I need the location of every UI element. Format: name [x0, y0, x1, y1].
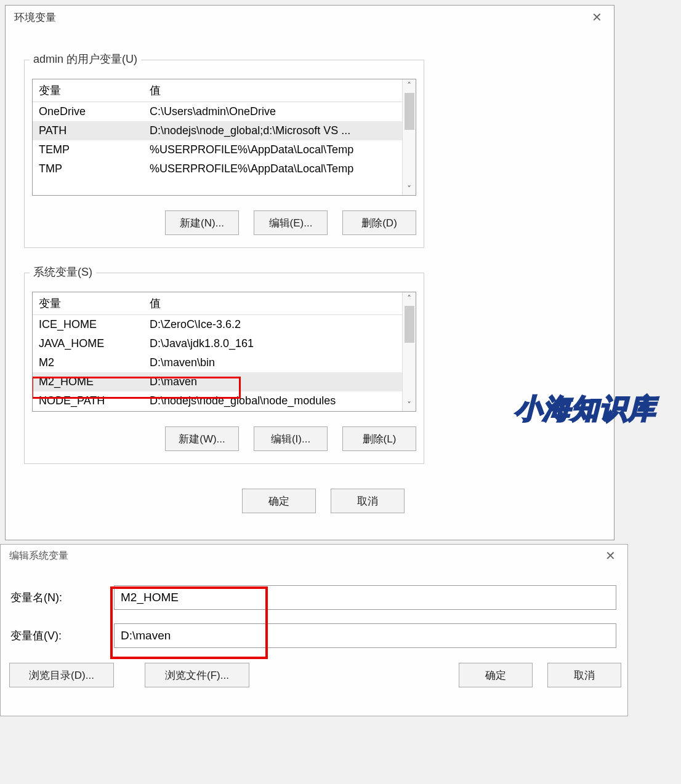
- table-row[interactable]: ICE_HOMED:\ZeroC\Ice-3.6.2: [33, 315, 416, 335]
- user-header-variable[interactable]: 变量: [33, 79, 143, 102]
- var-value-cell: D:\Java\jdk1.8.0_161: [143, 334, 416, 353]
- system-header-value[interactable]: 值: [143, 292, 416, 315]
- table-row[interactable]: JAVA_HOMED:\Java\jdk1.8.0_161: [33, 334, 416, 353]
- var-name-cell: OneDrive: [33, 102, 143, 122]
- cancel-button[interactable]: 取消: [331, 489, 405, 513]
- table-row[interactable]: PATHD:\nodejs\node_global;d:\Microsoft V…: [33, 121, 416, 140]
- var-value-input[interactable]: [114, 623, 616, 648]
- user-vars-group: admin 的用户变量(U) 变量 值 OneDriveC:\Users\adm…: [24, 60, 424, 248]
- scroll-thumb[interactable]: [405, 306, 414, 343]
- var-value-cell: D:\nodejs\node_global\node_modules: [143, 391, 416, 410]
- var-name-cell: PATH: [33, 121, 143, 140]
- system-new-button[interactable]: 新建(W)...: [165, 426, 239, 451]
- user-delete-button[interactable]: 删除(D): [342, 210, 416, 235]
- scroll-thumb[interactable]: [405, 93, 414, 130]
- table-row[interactable]: OneDriveC:\Users\admin\OneDrive: [33, 102, 416, 122]
- system-scrollbar[interactable]: ˄ ˅: [402, 292, 416, 411]
- dialog-title: 环境变量: [14, 10, 56, 25]
- system-vars-group: 系统变量(S) 变量 值 ICE_HOMED:\ZeroC\Ice-3.6.2J…: [24, 273, 424, 464]
- var-value-cell: %USERPROFILE%\AppData\Local\Temp: [143, 140, 416, 159]
- user-edit-button[interactable]: 编辑(E)...: [254, 210, 328, 235]
- dialog2-title-bar: 编辑系统变量 ✕: [1, 545, 627, 567]
- system-delete-button[interactable]: 删除(L): [342, 426, 416, 451]
- system-edit-button[interactable]: 编辑(I)...: [254, 426, 328, 451]
- user-header-value[interactable]: 值: [143, 79, 416, 102]
- close-icon[interactable]: ✕: [586, 8, 608, 26]
- watermark-text: 小海知识库: [515, 391, 656, 427]
- var-value-cell: D:\maven\bin: [143, 353, 416, 372]
- var-name-label: 变量名(N):: [9, 590, 114, 605]
- dialog2-cancel-button[interactable]: 取消: [547, 663, 621, 687]
- system-vars-group-title: 系统变量(S): [30, 265, 96, 279]
- table-row[interactable]: M2D:\maven\bin: [33, 353, 416, 372]
- table-row[interactable]: M2_HOMED:\maven: [33, 372, 416, 391]
- var-value-cell: %USERPROFILE%\AppData\Local\Temp: [143, 159, 416, 178]
- browse-dir-button[interactable]: 浏览目录(D)...: [9, 663, 114, 687]
- system-header-variable[interactable]: 变量: [33, 292, 143, 315]
- table-row[interactable]: TEMP%USERPROFILE%\AppData\Local\Temp: [33, 140, 416, 159]
- var-name-cell: M2_HOME: [33, 372, 143, 391]
- user-vars-table[interactable]: 变量 值 OneDriveC:\Users\admin\OneDrivePATH…: [32, 79, 416, 196]
- user-vars-group-title: admin 的用户变量(U): [30, 52, 141, 66]
- var-name-cell: NODE_PATH: [33, 391, 143, 410]
- var-name-cell: M2: [33, 353, 143, 372]
- system-vars-table[interactable]: 变量 值 ICE_HOMED:\ZeroC\Ice-3.6.2JAVA_HOME…: [32, 292, 416, 412]
- env-vars-dialog: 环境变量 ✕ admin 的用户变量(U) 变量 值 OneDriveC:\Us…: [5, 5, 615, 540]
- var-value-cell: C:\Users\admin\OneDrive: [143, 102, 416, 122]
- user-new-button[interactable]: 新建(N)...: [165, 210, 239, 235]
- var-value-label: 变量值(V):: [9, 628, 114, 643]
- chevron-up-icon[interactable]: ˄: [407, 79, 411, 92]
- close-icon[interactable]: ✕: [599, 546, 621, 565]
- dialog2-title: 编辑系统变量: [9, 550, 68, 562]
- browse-file-button[interactable]: 浏览文件(F)...: [145, 663, 249, 687]
- user-scrollbar[interactable]: ˄ ˅: [402, 79, 416, 195]
- var-value-cell: D:\maven: [143, 372, 416, 391]
- var-value-cell: D:\ZeroC\Ice-3.6.2: [143, 315, 416, 335]
- var-name-cell: ICE_HOME: [33, 315, 143, 335]
- var-name-cell: TEMP: [33, 140, 143, 159]
- table-row[interactable]: NODE_PATHD:\nodejs\node_global\node_modu…: [33, 391, 416, 410]
- var-name-cell: JAVA_HOME: [33, 334, 143, 353]
- var-name-input[interactable]: [114, 585, 616, 610]
- chevron-up-icon[interactable]: ˄: [407, 292, 411, 305]
- edit-var-dialog: 编辑系统变量 ✕ 变量名(N): 变量值(V): 浏览目录(D)... 浏览文件…: [0, 544, 628, 716]
- dialog-title-bar: 环境变量 ✕: [6, 6, 614, 29]
- table-row[interactable]: TMP%USERPROFILE%\AppData\Local\Temp: [33, 159, 416, 178]
- ok-button[interactable]: 确定: [242, 489, 316, 513]
- chevron-down-icon[interactable]: ˅: [407, 183, 411, 195]
- var-value-cell: D:\nodejs\node_global;d:\Microsoft VS ..…: [143, 121, 416, 140]
- var-name-cell: TMP: [33, 159, 143, 178]
- chevron-down-icon[interactable]: ˅: [407, 399, 411, 411]
- dialog2-ok-button[interactable]: 确定: [459, 663, 533, 687]
